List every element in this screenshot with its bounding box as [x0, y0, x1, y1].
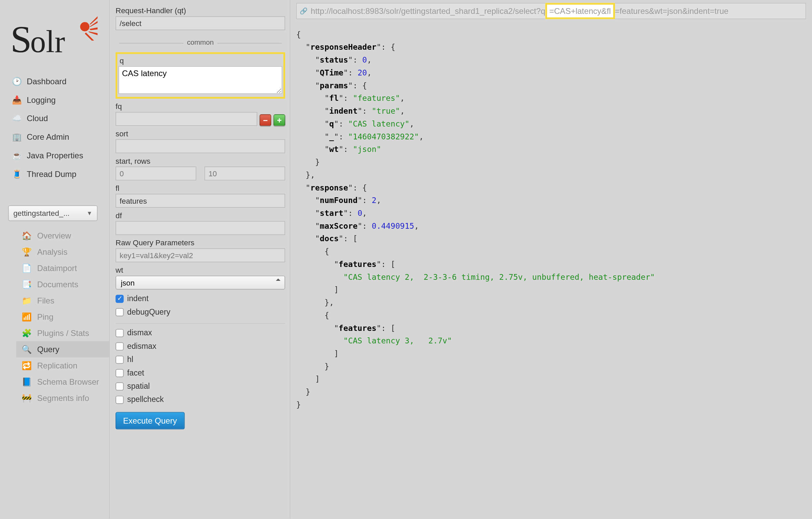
plus-icon: + — [277, 115, 282, 125]
spellcheck-label: spellcheck — [127, 395, 164, 404]
sort-label: sort — [115, 129, 285, 138]
office-icon: 🏢 — [12, 132, 22, 142]
spellcheck-checkbox[interactable] — [115, 396, 124, 404]
subnav-replication[interactable]: 🔁Replication — [16, 357, 109, 374]
sub-label: Replication — [37, 361, 78, 370]
request-handler-label: Request-Handler (qt) — [115, 6, 285, 15]
debugquery-checkbox[interactable] — [115, 308, 124, 316]
documents-icon: 📑 — [21, 280, 33, 289]
subnav-plugins[interactable]: 🧩Plugins / Stats — [16, 325, 109, 341]
dismax-checkbox[interactable] — [115, 329, 124, 337]
nav-label: Dashboard — [27, 76, 66, 86]
subnav-segments[interactable]: 🚧Segments info — [16, 390, 109, 406]
divider — [119, 43, 184, 43]
subnav-overview[interactable]: 🏠Overview — [16, 227, 109, 244]
request-handler-input[interactable] — [115, 16, 285, 30]
sub-label: Analysis — [37, 247, 67, 256]
fl-input[interactable] — [115, 194, 285, 208]
nav-label: Java Properties — [27, 151, 83, 160]
svg-text:olr: olr — [30, 24, 65, 59]
sub-label: Documents — [37, 280, 78, 289]
indent-checkbox[interactable] — [115, 294, 124, 302]
core-selector-dropdown[interactable]: gettingstarted_... ▼ — [8, 205, 98, 221]
svg-point-2 — [80, 22, 89, 31]
debugquery-label: debugQuery — [127, 308, 170, 316]
divider — [115, 323, 285, 324]
raw-params-input[interactable] — [115, 248, 285, 262]
raw-params-label: Raw Query Parameters — [115, 239, 285, 247]
sub-label: Schema Browser — [37, 377, 99, 386]
home-icon: 🏠 — [21, 231, 33, 240]
core-selector-label: gettingstarted_... — [13, 209, 69, 218]
cloud-icon: ☁️ — [12, 113, 22, 123]
url-text: http://localhost:8983/solr/gettingstarte… — [311, 3, 729, 19]
sub-label: Ping — [37, 312, 54, 321]
wt-label: wt — [115, 266, 285, 274]
subnav-documents[interactable]: 📑Documents — [16, 276, 109, 292]
nav-label: Thread Dump — [27, 170, 77, 179]
subnav-dataimport[interactable]: 📄Dataimport — [16, 260, 109, 276]
sub-label: Files — [37, 296, 55, 305]
rows-input[interactable] — [205, 166, 285, 180]
common-section-label: common — [187, 38, 214, 46]
fq-add-button[interactable]: + — [274, 114, 285, 126]
coffee-icon: ☕ — [12, 150, 22, 161]
subnav-analysis[interactable]: 🏆Analysis — [16, 244, 109, 260]
gauge-icon: 🕑 — [12, 76, 22, 87]
folder-icon: 📁 — [21, 296, 33, 305]
nav-label: Core Admin — [27, 132, 69, 141]
edismax-checkbox[interactable] — [115, 342, 124, 350]
sub-label: Plugins / Stats — [37, 329, 89, 338]
subnav-ping[interactable]: 📶Ping — [16, 309, 109, 325]
edismax-label: edismax — [127, 342, 156, 351]
subnav-query[interactable]: 🔍Query — [16, 341, 109, 357]
start-rows-label: start, rows — [115, 157, 285, 165]
stack-icon: 🧵 — [12, 169, 22, 179]
sort-input[interactable] — [115, 139, 285, 153]
fq-label: fq — [115, 102, 285, 111]
execute-query-button[interactable]: Execute Query — [115, 412, 184, 429]
solr-logo: S olr — [10, 10, 98, 63]
subnav-schema[interactable]: 📘Schema Browser — [16, 374, 109, 390]
nav-java-properties[interactable]: ☕Java Properties — [8, 146, 107, 165]
hl-label: hl — [127, 355, 133, 364]
plugin-icon: 🧩 — [21, 329, 33, 338]
nav-dashboard[interactable]: 🕑Dashboard — [8, 72, 107, 91]
url-highlight: =CAS+latency&fl — [545, 3, 615, 19]
dismax-label: dismax — [127, 329, 152, 337]
q-input[interactable]: CAS latency — [119, 66, 282, 94]
fq-remove-button[interactable]: − — [260, 114, 271, 126]
json-response: { "responseHeader": { "status": 0, "QTim… — [296, 28, 655, 411]
document-icon: 📄 — [21, 264, 33, 273]
core-subnav: 🏠Overview 🏆Analysis 📄Dataimport 📑Documen… — [16, 227, 109, 406]
trophy-icon: 🏆 — [21, 247, 33, 256]
query-form: Request-Handler (qt) common q CAS latenc… — [115, 3, 285, 430]
wt-select[interactable]: json — [115, 276, 285, 290]
df-input[interactable] — [115, 221, 285, 235]
subnav-files[interactable]: 📁Files — [16, 292, 109, 309]
hl-checkbox[interactable] — [115, 355, 124, 363]
facet-label: facet — [127, 368, 144, 377]
inbox-icon: 📥 — [12, 95, 22, 105]
query-url-bar[interactable]: 🔗 http://localhost:8983/solr/gettingstar… — [296, 3, 806, 19]
spatial-checkbox[interactable] — [115, 382, 124, 390]
nav-cloud[interactable]: ☁️Cloud — [8, 109, 107, 128]
nav-thread-dump[interactable]: 🧵Thread Dump — [8, 165, 107, 183]
link-icon: 🔗 — [297, 7, 311, 15]
nav-logging[interactable]: 📥Logging — [8, 91, 107, 109]
chevron-down-icon: ▼ — [87, 210, 92, 217]
barrier-icon: 🚧 — [21, 393, 33, 403]
nav-core-admin[interactable]: 🏢Core Admin — [8, 128, 107, 146]
facet-checkbox[interactable] — [115, 369, 124, 377]
ping-icon: 📶 — [21, 312, 33, 321]
sub-label: Query — [37, 345, 59, 354]
fq-input[interactable] — [115, 112, 257, 126]
sub-label: Overview — [37, 231, 71, 240]
spatial-label: spatial — [127, 382, 150, 390]
replicate-icon: 🔁 — [21, 361, 33, 370]
divider — [217, 43, 281, 43]
indent-label: indent — [127, 294, 149, 303]
q-label: q — [120, 56, 282, 65]
start-input[interactable] — [115, 166, 196, 180]
minus-icon: − — [263, 115, 268, 125]
